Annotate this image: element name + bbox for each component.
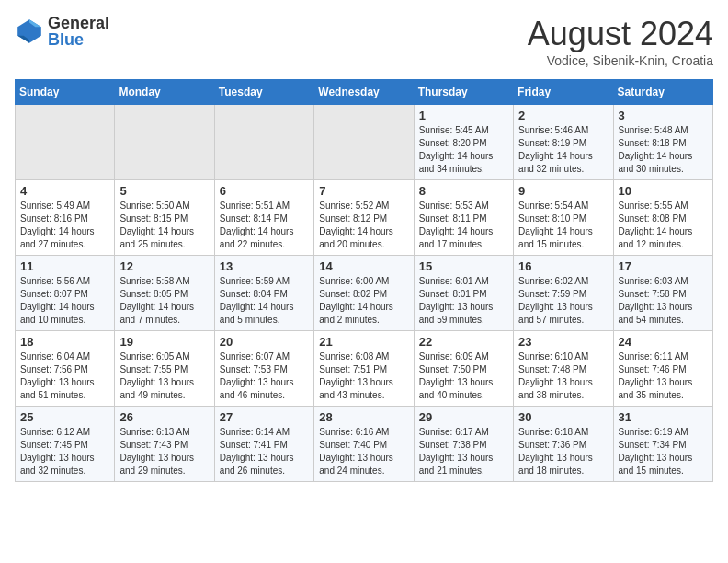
cell-text: Sunset: 7:43 PM xyxy=(119,439,209,452)
calendar-cell: 10Sunrise: 5:55 AMSunset: 8:08 PMDayligh… xyxy=(613,180,712,256)
cell-text: Sunset: 7:53 PM xyxy=(220,363,309,376)
calendar-week-row: 18Sunrise: 6:04 AMSunset: 7:56 PMDayligh… xyxy=(16,331,713,407)
day-number: 20 xyxy=(220,335,309,349)
cell-text: Sunrise: 5:59 AM xyxy=(220,275,309,288)
calendar-week-row: 4Sunrise: 5:49 AMSunset: 8:16 PMDaylight… xyxy=(16,180,713,256)
cell-text: Daylight: 13 hours xyxy=(518,376,608,389)
day-number: 14 xyxy=(319,259,408,273)
cell-text: and 34 minutes. xyxy=(419,163,508,176)
calendar-cell: 6Sunrise: 5:51 AMSunset: 8:14 PMDaylight… xyxy=(214,180,313,256)
cell-text: and 10 minutes. xyxy=(20,314,109,327)
cell-text: Sunrise: 5:55 AM xyxy=(619,200,708,213)
calendar-cell: 7Sunrise: 5:52 AMSunset: 8:12 PMDaylight… xyxy=(314,180,414,256)
calendar-cell xyxy=(115,105,214,180)
weekday-row: SundayMondayTuesdayWednesdayThursdayFrid… xyxy=(16,80,713,105)
cell-text: and 17 minutes. xyxy=(419,238,508,251)
cell-text: Sunset: 8:15 PM xyxy=(119,213,209,225)
cell-text: Sunrise: 6:10 AM xyxy=(518,350,608,363)
cell-text: Sunset: 7:50 PM xyxy=(419,363,508,376)
cell-text: Sunset: 8:20 PM xyxy=(419,137,508,150)
cell-text: Sunset: 8:18 PM xyxy=(619,137,708,150)
cell-text: Sunrise: 5:53 AM xyxy=(419,200,508,213)
day-number: 1 xyxy=(419,109,508,122)
cell-text: Daylight: 13 hours xyxy=(319,452,408,465)
cell-text: Sunset: 7:40 PM xyxy=(319,439,408,452)
cell-text: and 7 minutes. xyxy=(119,314,209,327)
cell-text: Sunset: 8:11 PM xyxy=(419,213,508,225)
calendar-cell: 17Sunrise: 6:03 AMSunset: 7:58 PMDayligh… xyxy=(613,256,712,331)
day-number: 3 xyxy=(619,109,708,122)
cell-text: Sunset: 8:14 PM xyxy=(220,213,309,225)
cell-text: Sunrise: 6:16 AM xyxy=(319,426,408,439)
cell-text: Sunset: 8:01 PM xyxy=(419,288,508,301)
logo-icon xyxy=(15,17,44,46)
cell-text: and 40 minutes. xyxy=(419,389,508,402)
cell-text: Sunrise: 5:51 AM xyxy=(220,200,309,213)
cell-text: Sunset: 7:48 PM xyxy=(518,363,608,376)
cell-text: Daylight: 14 hours xyxy=(20,301,109,314)
day-number: 18 xyxy=(20,335,109,349)
cell-text: Sunset: 7:34 PM xyxy=(619,439,708,452)
logo-blue-text: Blue xyxy=(48,31,109,48)
day-number: 30 xyxy=(518,410,608,424)
cell-text: Sunset: 7:58 PM xyxy=(619,288,708,301)
cell-text: and 38 minutes. xyxy=(518,389,608,402)
cell-text: and 18 minutes. xyxy=(518,465,608,477)
day-number: 2 xyxy=(518,109,608,122)
calendar-cell: 11Sunrise: 5:56 AMSunset: 8:07 PMDayligh… xyxy=(16,256,115,331)
cell-text: Sunset: 7:59 PM xyxy=(518,288,608,301)
cell-text: and 32 minutes. xyxy=(20,465,109,477)
cell-text: Daylight: 14 hours xyxy=(619,225,708,238)
day-number: 27 xyxy=(220,410,309,424)
day-number: 4 xyxy=(20,184,109,198)
day-number: 5 xyxy=(119,184,209,198)
cell-text: Sunrise: 6:11 AM xyxy=(619,350,708,363)
calendar-cell: 25Sunrise: 6:12 AMSunset: 7:45 PMDayligh… xyxy=(16,407,115,482)
cell-text: and 12 minutes. xyxy=(619,238,708,251)
calendar-cell: 24Sunrise: 6:11 AMSunset: 7:46 PMDayligh… xyxy=(613,331,712,407)
day-number: 8 xyxy=(419,184,508,198)
cell-text: and 54 minutes. xyxy=(619,314,708,327)
cell-text: Daylight: 13 hours xyxy=(419,301,508,314)
cell-text: and 20 minutes. xyxy=(319,238,408,251)
cell-text: and 5 minutes. xyxy=(220,314,309,327)
cell-text: and 22 minutes. xyxy=(220,238,309,251)
calendar-cell: 9Sunrise: 5:54 AMSunset: 8:10 PMDaylight… xyxy=(514,180,613,256)
cell-text: Sunrise: 5:56 AM xyxy=(20,275,109,288)
day-number: 16 xyxy=(518,259,608,273)
cell-text: Sunrise: 6:02 AM xyxy=(518,275,608,288)
calendar-cell: 18Sunrise: 6:04 AMSunset: 7:56 PMDayligh… xyxy=(16,331,115,407)
day-number: 17 xyxy=(619,259,708,273)
calendar-cell: 12Sunrise: 5:58 AMSunset: 8:05 PMDayligh… xyxy=(115,256,214,331)
day-number: 12 xyxy=(119,259,209,273)
cell-text: and 30 minutes. xyxy=(619,163,708,176)
calendar-cell: 8Sunrise: 5:53 AMSunset: 8:11 PMDaylight… xyxy=(414,180,513,256)
cell-text: Sunset: 8:05 PM xyxy=(119,288,209,301)
cell-text: Sunrise: 6:07 AM xyxy=(220,350,309,363)
cell-text: Daylight: 14 hours xyxy=(518,150,608,163)
cell-text: Daylight: 13 hours xyxy=(119,376,209,389)
weekday-header: Tuesday xyxy=(214,80,313,105)
cell-text: Daylight: 14 hours xyxy=(220,301,309,314)
calendar-cell xyxy=(214,105,313,180)
calendar-cell: 2Sunrise: 5:46 AMSunset: 8:19 PMDaylight… xyxy=(514,105,613,180)
cell-text: Sunrise: 5:52 AM xyxy=(319,200,408,213)
day-number: 28 xyxy=(319,410,408,424)
weekday-header: Thursday xyxy=(414,80,513,105)
day-number: 24 xyxy=(619,335,708,349)
cell-text: Sunset: 7:51 PM xyxy=(319,363,408,376)
cell-text: and 27 minutes. xyxy=(20,238,109,251)
calendar-cell: 26Sunrise: 6:13 AMSunset: 7:43 PMDayligh… xyxy=(115,407,214,482)
day-number: 11 xyxy=(20,259,109,273)
calendar-cell: 4Sunrise: 5:49 AMSunset: 8:16 PMDaylight… xyxy=(16,180,115,256)
day-number: 10 xyxy=(619,184,708,198)
cell-text: Sunset: 8:02 PM xyxy=(319,288,408,301)
cell-text: Daylight: 14 hours xyxy=(419,150,508,163)
cell-text: Daylight: 13 hours xyxy=(419,452,508,465)
calendar-cell xyxy=(16,105,115,180)
cell-text: Daylight: 14 hours xyxy=(119,225,209,238)
day-number: 25 xyxy=(20,410,109,424)
cell-text: Sunrise: 6:01 AM xyxy=(419,275,508,288)
day-number: 9 xyxy=(518,184,608,198)
day-number: 22 xyxy=(419,335,508,349)
